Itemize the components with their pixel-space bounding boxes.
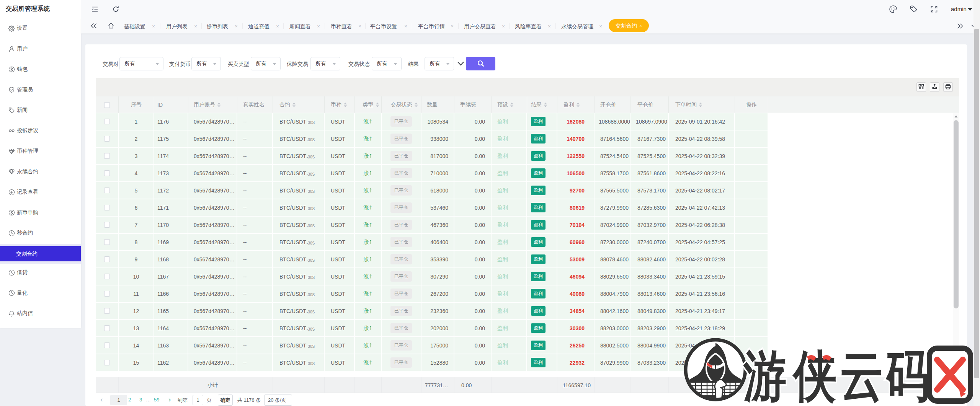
svg-text:侠: 侠 <box>792 345 836 406</box>
svg-text:码: 码 <box>885 345 929 406</box>
svg-text:云: 云 <box>840 345 883 406</box>
svg-text:游: 游 <box>743 345 787 406</box>
